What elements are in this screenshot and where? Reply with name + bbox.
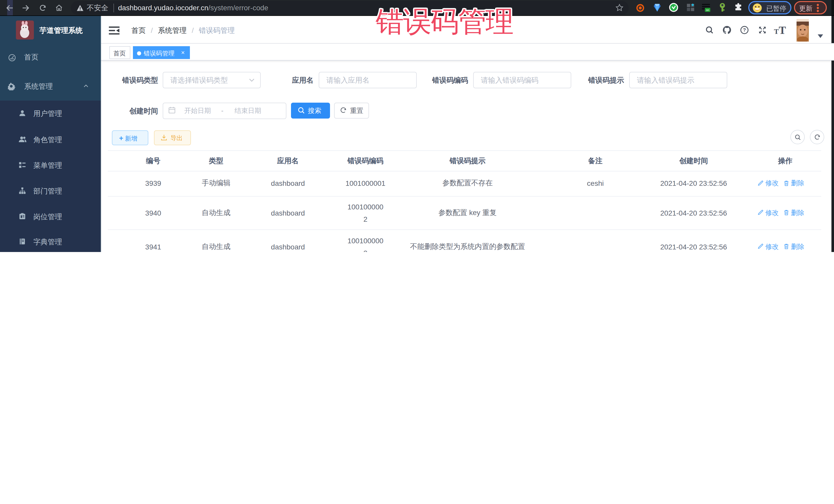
svg-text:?: ?	[743, 27, 746, 32]
svg-text:on: on	[706, 8, 709, 12]
